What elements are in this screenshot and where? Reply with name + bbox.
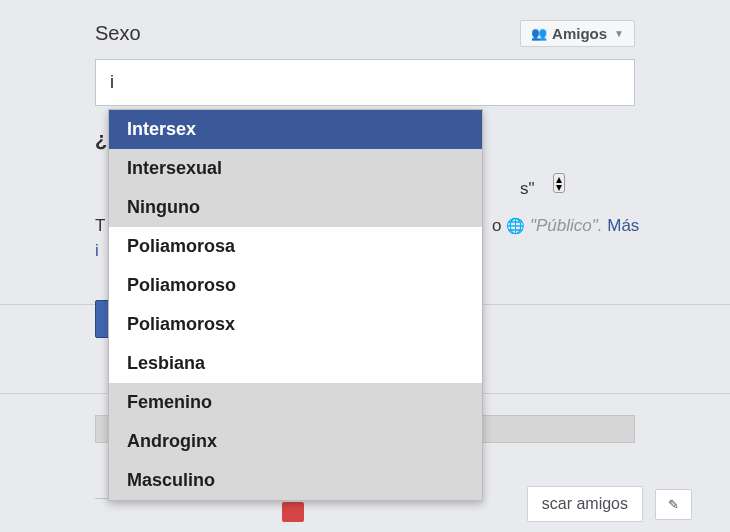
- dropdown-option[interactable]: Intersex: [109, 110, 482, 149]
- dropdown-option[interactable]: Intersexual: [109, 149, 482, 188]
- truncated-link-i[interactable]: i: [95, 241, 99, 261]
- mas-link[interactable]: Más: [607, 216, 639, 235]
- gender-input[interactable]: [95, 59, 635, 106]
- dropdown-option[interactable]: Poliamorosa: [109, 227, 482, 266]
- gender-dropdown: IntersexIntersexualNingunoPoliamorosaPol…: [108, 109, 483, 501]
- field-label: Sexo: [95, 22, 141, 45]
- search-friends-button[interactable]: scar amigos: [527, 486, 643, 522]
- dropdown-option[interactable]: Femenino: [109, 383, 482, 422]
- privacy-label: Amigos: [552, 25, 607, 42]
- privacy-selector-button[interactable]: 👥 Amigos ▼: [520, 20, 635, 47]
- truncated-text-o: o 🌐 "Público". Más: [492, 216, 639, 236]
- dropdown-option[interactable]: Poliamoroso: [109, 266, 482, 305]
- friends-icon: 👥: [531, 26, 547, 41]
- dropdown-option[interactable]: Masculino: [109, 461, 482, 500]
- select-trailing-text: s": [520, 179, 535, 199]
- select-spinner-icon[interactable]: ▴▾: [553, 173, 565, 193]
- dropdown-option[interactable]: Poliamorosx: [109, 305, 482, 344]
- truncated-text-t: T: [95, 216, 105, 236]
- dropdown-option[interactable]: Lesbiana: [109, 344, 482, 383]
- chevron-down-icon: ▼: [614, 28, 624, 39]
- edit-button[interactable]: ✎: [655, 489, 692, 520]
- pencil-icon: ✎: [668, 497, 679, 512]
- dropdown-option[interactable]: Ninguno: [109, 188, 482, 227]
- notification-badge: [282, 502, 304, 522]
- publico-text: "Público".: [530, 216, 603, 235]
- dropdown-option[interactable]: Androginx: [109, 422, 482, 461]
- globe-icon: 🌐: [506, 217, 525, 234]
